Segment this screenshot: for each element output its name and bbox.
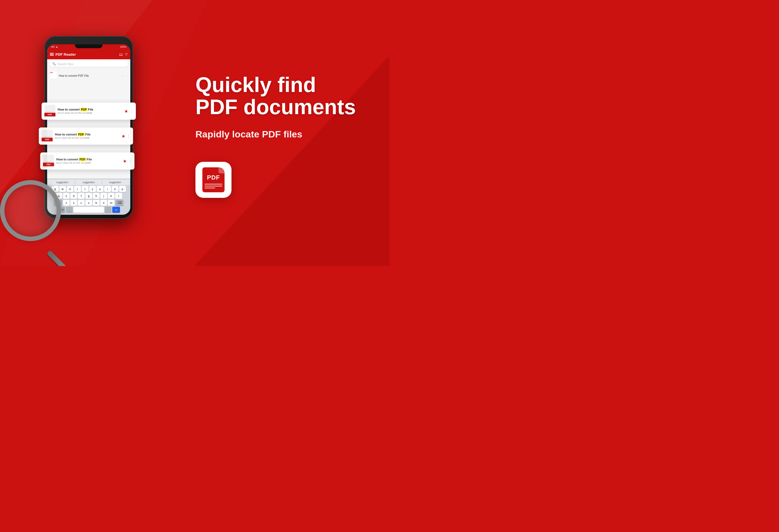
key-y[interactable]: y (89, 186, 96, 192)
card-content-1: How to convert PDF File 04.07.2022 05:15… (58, 108, 122, 115)
key-backspace[interactable]: ⌫ (115, 200, 124, 206)
filter-icon[interactable]: ▽ (125, 52, 127, 56)
key-f[interactable]: f (78, 193, 84, 199)
phone-mockup: MS ▲ 9:41 AM 100% (44, 36, 144, 236)
glass-lens (0, 180, 61, 241)
card-actions-3: ★ ⋮ (123, 158, 132, 164)
headline-line1: Quickly find (195, 73, 316, 96)
search-placeholder: Search files (57, 62, 73, 66)
pdf-icon-inner: PDF (202, 168, 225, 192)
card-filename-3: How to convert PDF File (56, 158, 121, 161)
signal-icon: ▲ (56, 46, 58, 48)
folder-icon[interactable]: 🗂 (119, 52, 123, 57)
app-icon-wrapper: PDF (195, 162, 367, 198)
bg-file-info: How to convert PDF File (59, 74, 119, 77)
key-h[interactable]: h (93, 193, 100, 199)
glass-handle (46, 250, 67, 266)
star-icon-3[interactable]: ★ (123, 158, 127, 164)
pdf-icon-corner (219, 168, 225, 174)
pdf-icon-lines (204, 184, 222, 190)
key-v[interactable]: v (85, 200, 92, 206)
key-i[interactable]: i (104, 186, 111, 192)
card-pdf-icon-3: PDF (43, 155, 54, 168)
right-section: Quickly find PDF documents Rapidly locat… (179, 0, 390, 266)
main-headline: Quickly find PDF documents (195, 74, 367, 118)
card-actions-1: ★ ⋮ (124, 109, 133, 114)
pdf-icon-body: PDF (202, 168, 225, 192)
pdf-line-2 (204, 186, 222, 187)
key-j[interactable]: j (100, 193, 107, 199)
headline-line2: PDF documents (195, 95, 356, 119)
key-c[interactable]: c (78, 200, 84, 206)
card-meta-3: 04.07.2022 05:15 PM 10.54MB (56, 161, 121, 164)
key-space[interactable] (73, 207, 104, 213)
floating-card-3: PDF How to convert PDF File 04.07.2022 0… (40, 152, 134, 170)
key-enter[interactable]: ↵ (112, 207, 120, 213)
sub-headline: Rapidly locate PDF files (195, 129, 367, 140)
key-o[interactable]: o (112, 186, 118, 192)
status-left: MS ▲ (51, 46, 58, 48)
floating-card-1: PDF How to convert PDF File 04.07.2022 0… (42, 103, 136, 120)
key-p[interactable]: p (119, 186, 126, 192)
header-icons: 🗂 ▽ (119, 52, 127, 57)
pdf-icon-bg: PDF (49, 71, 57, 80)
search-icon: 🔍 (52, 62, 56, 66)
card-content-2: How to convert PDF File 04.07.2022 05:15… (55, 133, 119, 139)
search-bar[interactable]: 🔍 Search files (49, 61, 128, 67)
card-meta-1: 04.07.2022 05:15 PM 10.54MB (58, 112, 122, 115)
card-content-3: How to convert PDF File 04.07.2022 05:15… (56, 158, 121, 164)
dots-icon-3[interactable]: ⋮ (128, 159, 132, 163)
app-title-row: PDF Reader (50, 52, 76, 57)
magnifying-glass (0, 180, 78, 258)
star-icon-1[interactable]: ★ (124, 109, 128, 114)
card-filename-2: How to convert PDF File (55, 133, 119, 136)
card-filename-1: How to convert PDF File (58, 108, 122, 111)
star-icon-2[interactable]: ★ (121, 134, 125, 139)
card-pdf-icon-1: PDF (44, 105, 55, 118)
dots-icon-bg: ⋮ (125, 74, 128, 77)
dots-icon-2[interactable]: ⋮ (127, 134, 130, 138)
suggestion-3: suggestion (102, 180, 128, 184)
background-file-item: PDF How to convert PDF File ☆ ⋮ (47, 70, 130, 82)
pdf-line-3 (204, 188, 215, 188)
battery-text: 100% (120, 46, 126, 48)
key-t[interactable]: t (82, 186, 88, 192)
carrier-text: MS (51, 46, 55, 48)
key-l[interactable]: l (115, 193, 122, 199)
key-period[interactable]: . (105, 207, 111, 213)
app-title: PDF Reader (55, 52, 76, 57)
card-meta-2: 04.07.2022 05:15 PM 10.54MB (55, 137, 119, 139)
card-pdf-icon-2: PDF (42, 130, 53, 142)
bg-file-actions: ☆ ⋮ (121, 74, 128, 78)
pdf-icon-text: PDF (202, 174, 225, 181)
hamburger-icon[interactable] (50, 53, 54, 56)
suggestion-2: suggestion (76, 180, 102, 184)
dots-icon-1[interactable]: ⋮ (130, 109, 133, 113)
key-k[interactable]: k (108, 193, 115, 199)
app-header: PDF Reader 🗂 ▽ (47, 49, 130, 59)
bg-filename: How to convert PDF File (59, 74, 119, 77)
left-section: MS ▲ 9:41 AM 100% (0, 0, 177, 266)
status-right: 100% (120, 46, 126, 48)
key-g[interactable]: g (85, 193, 92, 199)
card-actions-2: ★ ⋮ (121, 134, 130, 139)
key-b[interactable]: b (93, 200, 100, 206)
pdf-line-1 (204, 184, 222, 185)
floating-card-2: PDF How to convert PDF File 04.07.2022 0… (39, 127, 133, 145)
key-n[interactable]: n (100, 200, 107, 206)
phone-notch (75, 44, 103, 48)
file-list-area: PDF How to convert PDF File ☆ ⋮ (47, 68, 130, 83)
pdf-app-icon: PDF (195, 162, 232, 198)
star-icon-bg: ☆ (121, 74, 124, 78)
key-m[interactable]: m (108, 200, 115, 206)
key-u[interactable]: u (97, 186, 103, 192)
